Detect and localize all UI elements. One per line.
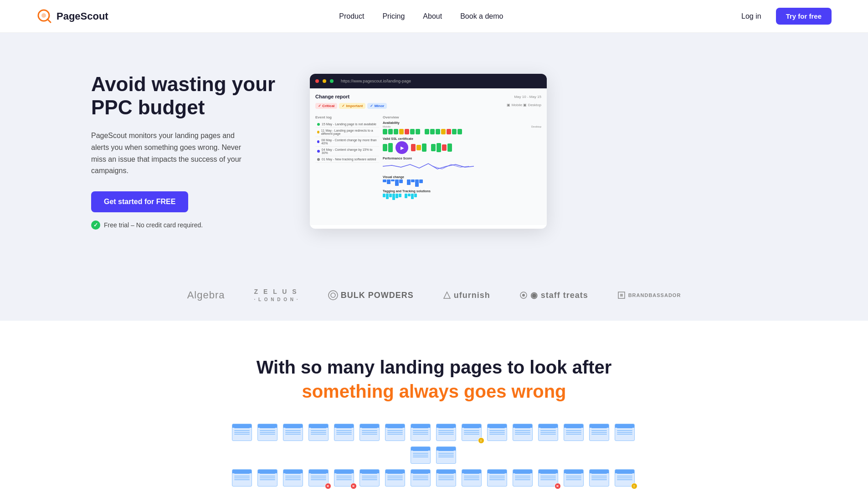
lp-page-icon <box>232 424 254 443</box>
chip-minor: ✓ Minor <box>367 103 387 109</box>
lp-page-icon <box>487 469 509 488</box>
stafftreats-text: ◉ staff treats <box>530 290 588 300</box>
lp-page-icon <box>436 469 458 488</box>
lp-page-icon <box>334 424 356 443</box>
logo-bulk-powders: BULK POWDERS <box>328 290 414 300</box>
lp-page-icon <box>411 446 432 466</box>
brandbassador-logo-icon <box>617 291 626 299</box>
mock-dot-green <box>330 79 334 83</box>
try-free-button[interactable]: Try for free <box>776 8 832 25</box>
logo[interactable]: PageScout <box>36 8 108 25</box>
lp-page-icon <box>360 469 381 488</box>
mock-filters: ✓ Critical ✓ Important ✓ Minor ▣ Mobile … <box>315 103 541 109</box>
mock-topbar: https://www.pagescout.io/landing-page <box>310 74 547 88</box>
lp-page-icon <box>308 424 330 443</box>
lp-page-icon <box>615 424 637 443</box>
svg-marker-5 <box>444 292 450 298</box>
ssl-label: Valid SSL certificate <box>383 137 541 140</box>
check-icon: ✓ <box>91 220 100 230</box>
nav-book-demo[interactable]: Book a demo <box>453 9 510 24</box>
main-nav: Product Pricing About Book a demo <box>332 9 510 24</box>
hero-text: Avoid wasting your PPC budget PageScout … <box>91 73 282 230</box>
free-trial-badge: ✓ Free trial – No credit card required. <box>91 220 282 230</box>
logo-brandbassador: BRANDBASSADOR <box>617 291 681 299</box>
lp-page-icon: ✕ <box>308 469 330 488</box>
svg-point-4 <box>331 293 335 297</box>
header-actions: Log in Try for free <box>734 8 832 25</box>
mock-title-bar: Change report May 10 - May 15 <box>315 94 541 99</box>
lp-page-icon <box>385 469 407 488</box>
ufurnish-logo-icon <box>443 291 451 299</box>
site-header: PageScout Product Pricing About Book a d… <box>0 0 868 33</box>
tagging-bars <box>383 194 541 200</box>
mock-dot-red <box>315 79 319 83</box>
lp-page-icon <box>487 424 509 443</box>
lp-page-icon <box>462 469 483 488</box>
hero-title: Avoid wasting your PPC budget <box>91 73 282 119</box>
logos-section: Algebra Z E L U S· L O N D O N · BULK PO… <box>0 270 868 321</box>
logo-zelus: Z E L U S· L O N D O N · <box>254 288 298 302</box>
event-row-1: 15 May - Landing page is not available <box>315 121 379 128</box>
ssl-bars: ▶ <box>383 141 541 154</box>
event-row-4: 04 May - Content change by 15% to 30% <box>315 147 379 156</box>
lp-page-icon <box>411 469 432 488</box>
lp-icons-row2: ✕✕✕! <box>229 469 639 492</box>
svg-rect-9 <box>620 294 623 297</box>
login-button[interactable]: Log in <box>734 9 769 24</box>
perf-label: Performance Score <box>383 157 541 160</box>
logo-stafftreats: ◉ staff treats <box>519 290 588 300</box>
chip-important: ✓ Important <box>339 103 365 109</box>
overview-panel: Overview Availability MobileDesktop <box>383 113 541 200</box>
lp-page-icon <box>564 424 586 443</box>
logo-algebra: Algebra <box>187 289 225 301</box>
lp-page-icon <box>283 469 305 488</box>
nav-pricing[interactable]: Pricing <box>375 9 412 24</box>
lp-page-icon <box>436 446 458 466</box>
mock-report-title: Change report <box>315 94 349 99</box>
lp-page-icon <box>257 424 279 443</box>
nav-about[interactable]: About <box>416 9 449 24</box>
availability-label: Availability <box>383 121 541 124</box>
availability-bars <box>383 129 541 134</box>
section2-title: With so many landing pages to look after <box>36 357 832 378</box>
visual-bars <box>383 179 541 187</box>
lp-page-icon <box>283 424 305 443</box>
warning-badge: ! <box>478 437 484 444</box>
lp-page-icon <box>589 469 611 488</box>
error-badge: ✕ <box>325 483 331 489</box>
mock-dot-yellow <box>323 79 326 83</box>
error-badge: ✕ <box>555 483 561 489</box>
lp-page-icon <box>411 424 432 443</box>
section2-subtitle: something always goes wrong <box>36 381 832 402</box>
lp-page-icon <box>385 424 407 443</box>
error-badge: ✕ <box>350 483 357 489</box>
warning-badge: ! <box>631 483 637 489</box>
lp-page-icon <box>513 424 534 443</box>
hero-section: Avoid wasting your PPC budget PageScout … <box>0 33 868 270</box>
lp-page-icon <box>564 469 586 488</box>
hero-subtitle: PageScout monitors your landing pages an… <box>91 130 246 176</box>
svg-point-3 <box>329 291 338 300</box>
lp-page-icon: ! <box>615 469 637 488</box>
free-trial-text: Free trial – No credit card required. <box>104 221 203 229</box>
lp-page-icon <box>232 469 254 488</box>
cta-button[interactable]: Get started for FREE <box>91 191 188 212</box>
mock-mobile-label: ▣ Mobile ▣ Desktop <box>507 103 541 109</box>
mock-date-range: May 10 - May 15 <box>514 95 541 99</box>
event-log: Event log 15 May - Landing page is not a… <box>315 113 379 200</box>
tagging-label: Tagging and Tracking solutions <box>383 190 541 193</box>
lp-page-icon <box>360 424 381 443</box>
nav-product[interactable]: Product <box>332 9 371 24</box>
lp-page-icon <box>257 469 279 488</box>
lp-page-icon <box>589 424 611 443</box>
mock-url-bar: https://www.pagescout.io/landing-page <box>341 79 411 83</box>
bulk-logo-icon <box>328 290 338 300</box>
mock-content: Change report May 10 - May 15 ✓ Critical… <box>310 88 547 225</box>
logo-text: PageScout <box>56 10 108 22</box>
lp-page-icon <box>436 424 458 443</box>
dashboard-mockup: https://www.pagescout.io/landing-page Ch… <box>310 74 547 229</box>
lp-page-icon: ✕ <box>334 469 356 488</box>
svg-point-1 <box>41 13 46 18</box>
logo-icon <box>36 8 53 25</box>
stafftreats-logo-icon <box>519 291 528 299</box>
